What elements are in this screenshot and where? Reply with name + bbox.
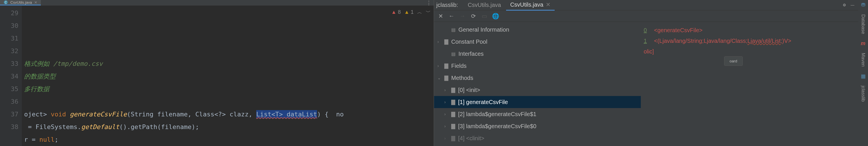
minimize-icon[interactable]: — bbox=[849, 3, 856, 7]
tree-methods[interactable]: ⌄▇Methods bbox=[434, 72, 641, 84]
detail-pane: 0 <generateCsvFile> 1 <(Ljava/lang/Strin… bbox=[641, 22, 858, 146]
forward-icon: → bbox=[459, 13, 466, 19]
back-icon[interactable]: ← bbox=[448, 13, 455, 19]
database-icon[interactable]: ⛃ bbox=[861, 2, 865, 8]
tree-method-clinit[interactable]: ›▇[4] <clinit> bbox=[434, 132, 641, 144]
inspection-widget[interactable]: ▲ 8 ▲ 1 ︿ ﹀ bbox=[391, 9, 431, 16]
tree-constant-pool[interactable]: ›▇Constant Pool bbox=[434, 36, 641, 48]
jclasslib-pane: jclasslib: CsvUtils.java CsvUtils.java✕ … bbox=[434, 0, 858, 146]
cp-link-1[interactable]: 1 bbox=[644, 38, 649, 44]
detail-name-value: <generateCsvFile> bbox=[654, 27, 703, 34]
code-area[interactable]: 格式例如 /tmp/demo.csv 的数据类型 多行数据 oject> voi… bbox=[22, 6, 434, 146]
tab-csvutils-1[interactable]: CsvUtils.java bbox=[464, 0, 505, 10]
tab-filename: CsvUtils.java bbox=[10, 0, 32, 5]
detail-descriptor-value: <(Ljava/lang/String;Ljava/lang/Class;Lja… bbox=[654, 38, 791, 44]
tree-general-info[interactable]: ▤General Information bbox=[434, 24, 641, 36]
tab-csvutils-2[interactable]: CsvUtils.java✕ bbox=[506, 0, 555, 11]
tree-method-lambda1[interactable]: ›▇[2] lambda$generateCsvFile$1 bbox=[434, 108, 641, 120]
editor-pane: C CsvUtils.java ✕ ⋮ 29 30 31 32 33 34 35… bbox=[0, 0, 434, 146]
tree-interfaces[interactable]: ▤Interfaces bbox=[434, 48, 641, 60]
editor[interactable]: 29 30 31 32 33 34 35 36 37 38 格式例如 /tmp/… bbox=[0, 6, 434, 146]
close-icon[interactable]: ✕ bbox=[437, 13, 444, 20]
java-file-icon: C bbox=[3, 0, 8, 5]
line-gutter: 29 30 31 32 33 34 35 36 37 38 bbox=[5, 6, 22, 146]
dock-database[interactable]: Database bbox=[861, 14, 866, 34]
prev-highlight-icon[interactable]: ︿ bbox=[417, 9, 422, 16]
copy-button[interactable]: oard bbox=[724, 56, 743, 66]
cp-link-0[interactable]: 0 bbox=[644, 27, 649, 34]
more-icon[interactable]: ⋮ bbox=[426, 0, 432, 6]
error-icon[interactable]: ▲ 8 bbox=[391, 9, 401, 15]
editor-tab-bar: C CsvUtils.java ✕ ⋮ bbox=[0, 0, 434, 6]
breakpoint-gutter[interactable] bbox=[0, 6, 5, 146]
tool-label: jclasslib: bbox=[436, 2, 458, 8]
editor-tab-csvutils[interactable]: C CsvUtils.java ✕ bbox=[0, 0, 41, 5]
dock-maven[interactable]: Maven bbox=[861, 53, 866, 67]
structure-tree[interactable]: ▤General Information ›▇Constant Pool ▤In… bbox=[434, 22, 641, 146]
dock-jclasslib[interactable]: jclasslib bbox=[861, 86, 866, 102]
right-dock: ⛃ Database m Maven ▦ jclasslib bbox=[858, 0, 868, 146]
jclasslib-icon[interactable]: ▦ bbox=[861, 73, 866, 79]
svg-text:C: C bbox=[5, 1, 7, 4]
detail-access-fragment: olic] bbox=[644, 48, 855, 55]
detail-descriptor-row: 1 <(Ljava/lang/String;Ljava/lang/Class;L… bbox=[644, 38, 855, 44]
tree-method-generatecsvfile[interactable]: ›▇[1] generateCsvFile bbox=[434, 96, 641, 108]
save-icon: ▭ bbox=[481, 13, 488, 20]
jclasslib-toolbar: ✕ ← → ⟳ ▭ 🌐 bbox=[434, 10, 858, 22]
warning-icon[interactable]: ▲ 1 bbox=[404, 9, 413, 15]
tree-method-init[interactable]: ›▇[0] <init> bbox=[434, 84, 641, 96]
detail-name-row: 0 <generateCsvFile> bbox=[644, 27, 855, 34]
globe-icon[interactable]: 🌐 bbox=[492, 13, 498, 20]
close-icon[interactable]: ✕ bbox=[546, 1, 551, 8]
maven-icon[interactable]: m bbox=[861, 40, 865, 47]
tree-method-lambda0[interactable]: ›▇[3] lambda$generateCsvFile$0 bbox=[434, 120, 641, 132]
next-highlight-icon[interactable]: ﹀ bbox=[426, 9, 431, 16]
refresh-icon[interactable]: ⟳ bbox=[470, 13, 476, 20]
close-icon[interactable]: ✕ bbox=[34, 0, 37, 5]
tool-tab-bar: jclasslib: CsvUtils.java CsvUtils.java✕ … bbox=[434, 0, 858, 10]
tree-fields[interactable]: ›▇Fields bbox=[434, 60, 641, 72]
jclasslib-body: ▤General Information ›▇Constant Pool ▤In… bbox=[434, 22, 858, 146]
gear-icon[interactable]: ⚙ bbox=[841, 3, 848, 7]
